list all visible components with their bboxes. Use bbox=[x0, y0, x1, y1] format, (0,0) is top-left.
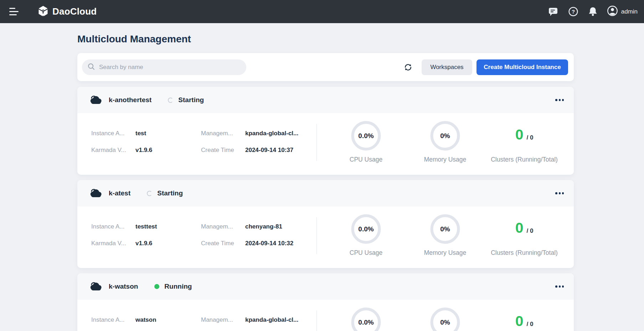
clusters-running-count: 0 bbox=[515, 126, 524, 143]
brand-logo[interactable]: DaoCloud bbox=[37, 5, 97, 19]
clusters-running-count: 0 bbox=[515, 219, 524, 236]
karmada-version-value: v1.9.6 bbox=[135, 240, 152, 247]
hamburger-menu-icon[interactable] bbox=[9, 8, 20, 16]
clusters-stat: 0 / 0 Clusters (Running/Total) bbox=[485, 206, 564, 268]
management-value: kpanda-global-cl... bbox=[245, 130, 298, 137]
status-label: Starting bbox=[157, 189, 183, 197]
help-icon[interactable]: ? bbox=[568, 6, 578, 17]
cpu-usage-ring: 0.0% bbox=[351, 308, 381, 331]
instance-status: Running bbox=[154, 283, 192, 290]
memory-usage-stat: 0% Memory Usage bbox=[406, 113, 485, 175]
memory-usage-label: Memory Usage bbox=[406, 249, 485, 257]
daocloud-cube-icon bbox=[37, 5, 49, 19]
instance-card-header: k-watson Running bbox=[77, 273, 574, 300]
instance-name[interactable]: k-atest bbox=[109, 189, 130, 197]
status-indicator-icon bbox=[168, 98, 173, 103]
memory-usage-ring: 0% bbox=[431, 308, 460, 331]
more-actions-icon[interactable] bbox=[554, 98, 565, 102]
instance-alias-label: Instance A... bbox=[91, 130, 135, 137]
instance-details: Instance A... testtest Managem... chenya… bbox=[91, 222, 303, 256]
cpu-usage-label: CPU Usage bbox=[326, 249, 406, 257]
instance-card-body: Instance A... testtest Managem... chenya… bbox=[77, 206, 574, 268]
clusters-total-count: / 0 bbox=[526, 134, 533, 141]
page-title: Multicloud Management bbox=[77, 33, 574, 45]
cpu-usage-ring: 0.0% bbox=[351, 214, 381, 244]
instance-card-header: k-atest Starting bbox=[77, 180, 574, 206]
status-indicator-icon bbox=[154, 284, 159, 289]
cpu-usage-stat: 0.0% CPU Usage bbox=[326, 300, 406, 331]
instance-card: k-anothertest Starting Instance A... tes… bbox=[77, 87, 574, 175]
memory-usage-value: 0% bbox=[440, 225, 450, 233]
status-indicator-icon bbox=[147, 191, 152, 196]
memory-usage-label: Memory Usage bbox=[406, 156, 485, 163]
messages-icon[interactable] bbox=[548, 7, 558, 17]
instance-details: Instance A... test Managem... kpanda-glo… bbox=[91, 129, 303, 162]
karmada-version-value: v1.9.6 bbox=[135, 147, 152, 154]
instance-details: Instance A... watson Managem... kpanda-g… bbox=[91, 315, 303, 331]
cloud-icon bbox=[89, 95, 103, 106]
cpu-usage-stat: 0.0% CPU Usage bbox=[326, 113, 406, 175]
cloud-icon bbox=[89, 188, 103, 199]
search-input[interactable] bbox=[98, 63, 241, 71]
instance-alias-label: Instance A... bbox=[91, 223, 135, 230]
user-menu[interactable]: admin bbox=[607, 5, 638, 18]
status-label: Running bbox=[164, 283, 192, 290]
memory-usage-ring: 0% bbox=[431, 214, 460, 244]
create-time-label: Create Time bbox=[201, 147, 245, 154]
cpu-usage-ring: 0.0% bbox=[351, 121, 381, 151]
more-actions-icon[interactable] bbox=[554, 284, 565, 289]
clusters-stat: 0 / 0 Clusters (Running/Total) bbox=[485, 113, 564, 175]
instance-alias-value: watson bbox=[135, 316, 156, 324]
management-value: chenyang-81 bbox=[245, 223, 282, 230]
management-value: kpanda-global-cl... bbox=[245, 316, 298, 324]
memory-usage-stat: 0% Memory Usage bbox=[406, 206, 485, 268]
instance-alias-value: testtest bbox=[135, 223, 157, 230]
instance-card: k-atest Starting Instance A... testtest … bbox=[77, 180, 574, 268]
instance-stats: 0.0% CPU Usage 0% Memory Usage 0 / 0 Clu… bbox=[326, 300, 564, 331]
cpu-usage-value: 0.0% bbox=[358, 132, 373, 140]
management-label: Managem... bbox=[201, 223, 245, 230]
main-content: Multicloud Management bbox=[77, 33, 574, 331]
app-window: DaoCloud ? bbox=[0, 0, 644, 331]
cloud-icon bbox=[89, 281, 103, 292]
instance-card-header: k-anothertest Starting bbox=[77, 87, 574, 113]
cpu-usage-value: 0.0% bbox=[358, 225, 373, 233]
instance-name[interactable]: k-watson bbox=[109, 283, 138, 290]
instance-card-body: Instance A... test Managem... kpanda-glo… bbox=[77, 113, 574, 175]
clusters-running-count: 0 bbox=[515, 312, 524, 330]
memory-usage-value: 0% bbox=[440, 132, 450, 140]
divider bbox=[316, 310, 317, 331]
search-box[interactable] bbox=[82, 59, 246, 75]
create-time-value: 2024-09-14 10:37 bbox=[245, 147, 293, 154]
notifications-bell-icon[interactable] bbox=[588, 6, 598, 17]
instance-card: k-watson Running Instance A... watson Ma… bbox=[77, 273, 574, 331]
cpu-usage-stat: 0.0% CPU Usage bbox=[326, 206, 406, 268]
top-navigation-bar: DaoCloud ? bbox=[0, 0, 644, 23]
karmada-version-label: Karmada V... bbox=[91, 147, 135, 154]
instance-alias-label: Instance A... bbox=[91, 316, 135, 324]
instance-name[interactable]: k-anothertest bbox=[109, 96, 151, 104]
refresh-icon[interactable] bbox=[403, 63, 413, 72]
create-time-value: 2024-09-14 10:32 bbox=[245, 240, 293, 247]
karmada-version-label: Karmada V... bbox=[91, 240, 135, 247]
memory-usage-ring: 0% bbox=[431, 121, 460, 151]
instance-card-list: k-anothertest Starting Instance A... tes… bbox=[77, 87, 574, 331]
clusters-label: Clusters (Running/Total) bbox=[485, 249, 564, 257]
instance-status: Starting bbox=[147, 189, 183, 197]
cpu-usage-label: CPU Usage bbox=[326, 156, 406, 163]
create-time-label: Create Time bbox=[201, 240, 245, 247]
instance-status: Starting bbox=[168, 96, 204, 104]
svg-text:?: ? bbox=[572, 9, 575, 15]
memory-usage-stat: 0% Memory Usage bbox=[406, 300, 485, 331]
instance-card-body: Instance A... watson Managem... kpanda-g… bbox=[77, 300, 574, 331]
create-multicloud-instance-button[interactable]: Create Multicloud Instance bbox=[476, 59, 568, 75]
search-icon bbox=[88, 63, 95, 72]
username-label: admin bbox=[621, 8, 638, 15]
workspaces-button[interactable]: Workspaces bbox=[422, 59, 472, 75]
cpu-usage-value: 0.0% bbox=[358, 319, 373, 326]
clusters-label: Clusters (Running/Total) bbox=[485, 156, 564, 163]
more-actions-icon[interactable] bbox=[554, 191, 565, 195]
instance-alias-value: test bbox=[135, 130, 146, 137]
management-label: Managem... bbox=[201, 130, 245, 137]
avatar bbox=[607, 5, 618, 18]
